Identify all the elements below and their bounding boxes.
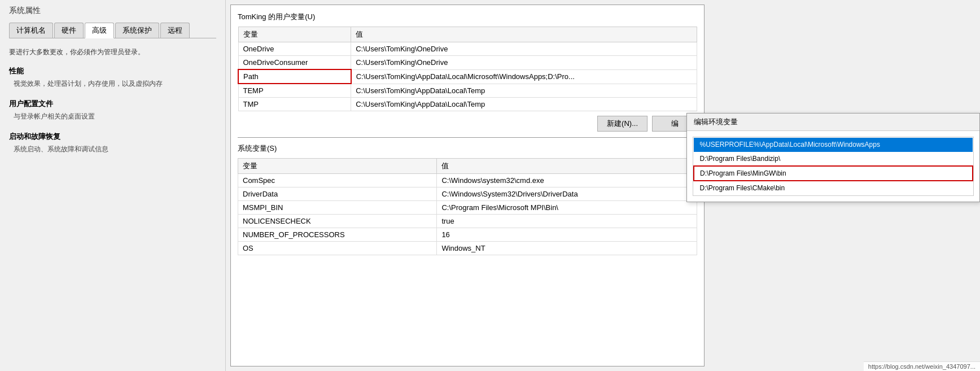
section-performance-desc: 视觉效果，处理器计划，内存使用，以及虚拟内存: [14, 78, 216, 89]
var-name: DriverData: [238, 187, 437, 201]
table-row[interactable]: TMP C:\Users\TomKing\AppData\Local\Temp: [238, 98, 697, 111]
sys-col-val-header: 值: [437, 159, 697, 174]
var-name: MSMPI_BIN: [238, 201, 437, 215]
var-value: Windows_NT: [437, 242, 697, 255]
var-name: ComSpec: [238, 174, 437, 187]
path-list-item[interactable]: %USERPROFILE%\AppData\Local\Microsoft\Wi…: [694, 138, 973, 152]
table-row[interactable]: MSMPI_BIN C:\Program Files\Microsoft MPI…: [238, 201, 697, 215]
sys-col-var-header: 变量: [238, 159, 437, 174]
var-value: C:\Program Files\Microsoft MPI\Bin\: [437, 201, 697, 215]
path-value: D:\Program Files\Bandizip\: [694, 152, 973, 167]
warning-text: 要进行大多数更改，你必须作为管理员登录。: [9, 47, 216, 57]
section-userprofile-desc: 与登录帐户相关的桌面设置: [14, 111, 216, 121]
var-name: OneDrive: [238, 42, 351, 56]
tab-xitongbaohu[interactable]: 系统保护: [115, 23, 159, 38]
var-name: NOLICENSECHECK: [238, 215, 437, 228]
col-var-header: 变量: [238, 27, 351, 42]
path-list-item[interactable]: D:\Program Files\Bandizip\: [694, 152, 973, 167]
tab-jishuanji[interactable]: 计算机名: [9, 23, 53, 38]
var-value: true: [437, 215, 697, 228]
section-startup-label: 启动和故障恢复: [9, 132, 216, 142]
path-list: %USERPROFILE%\AppData\Local\Microsoft\Wi…: [693, 137, 973, 195]
path-value: %USERPROFILE%\AppData\Local\Microsoft\Wi…: [694, 138, 973, 152]
section-userprofile: 用户配置文件 与登录帐户相关的桌面设置: [9, 99, 216, 121]
var-name-path: Path: [238, 69, 351, 84]
path-value: D:\Program Files\CMake\bin: [694, 181, 973, 195]
table-row[interactable]: NUMBER_OF_PROCESSORS 16: [238, 228, 697, 242]
table-row-path[interactable]: Path C:\Users\TomKing\AppData\Local\Micr…: [238, 69, 697, 84]
tabs-row: 计算机名 硬件 高级 系统保护 远程: [9, 23, 216, 38]
table-row[interactable]: TEMP C:\Users\TomKing\AppData\Local\Temp: [238, 84, 697, 98]
table-row[interactable]: ComSpec C:\Windows\system32\cmd.exe: [238, 174, 697, 187]
table-row[interactable]: OS Windows_NT: [238, 242, 697, 255]
var-name: NUMBER_OF_PROCESSORS: [238, 228, 437, 242]
var-name: TEMP: [238, 84, 351, 98]
table-row[interactable]: OneDrive C:\Users\TomKing\OneDrive: [238, 42, 697, 56]
col-val-header: 值: [351, 27, 697, 42]
right-panel-title: 编辑环境变量: [687, 114, 979, 131]
section-performance: 性能 视觉效果，处理器计划，内存使用，以及虚拟内存: [9, 66, 216, 89]
section-startup: 启动和故障恢复 系统启动、系统故障和调试信息: [9, 132, 216, 154]
url-bar: https://blog.csdn.net/weixin_4347097...: [864, 361, 980, 371]
main-container: 系统属性 计算机名 硬件 高级 系统保护 远程 要进行大多数更改，你必须作为管理…: [0, 0, 980, 371]
new-user-var-button[interactable]: 新建(N)...: [597, 116, 648, 132]
var-value: C:\Users\TomKing\OneDrive: [351, 42, 697, 56]
path-list-container: %USERPROFILE%\AppData\Local\Microsoft\Wi…: [693, 137, 974, 196]
path-value: D:\Program Files\MinGW\bin: [694, 166, 973, 181]
var-value: C:\Windows\system32\cmd.exe: [437, 174, 697, 187]
table-row[interactable]: OneDriveConsumer C:\Users\TomKing\OneDri…: [238, 56, 697, 70]
var-value: C:\Users\TomKing\AppData\Local\Temp: [351, 98, 697, 111]
middle-panel: TomKing 的用户变量(U) 变量 值 OneDrive C:\Users\…: [230, 5, 705, 366]
tab-gaoji[interactable]: 高级: [85, 23, 114, 38]
user-vars-buttons: 新建(N)... 编: [238, 116, 697, 132]
system-vars-table: 变量 值 ComSpec C:\Windows\system32\cmd.exe…: [238, 158, 697, 255]
right-panel: 编辑环境变量 %USERPROFILE%\AppData\Local\Micro…: [686, 113, 980, 202]
left-panel-title: 系统属性: [9, 6, 216, 16]
user-vars-table: 变量 值 OneDrive C:\Users\TomKing\OneDrive …: [238, 27, 697, 111]
user-vars-title: TomKing 的用户变量(U): [238, 12, 697, 22]
table-row[interactable]: NOLICENSECHECK true: [238, 215, 697, 228]
tab-yingjiean[interactable]: 硬件: [54, 23, 84, 38]
var-name: TMP: [238, 98, 351, 111]
section-performance-label: 性能: [9, 66, 216, 76]
tab-yuancheng[interactable]: 远程: [160, 23, 190, 38]
var-name: OneDriveConsumer: [238, 56, 351, 70]
left-panel: 系统属性 计算机名 硬件 高级 系统保护 远程 要进行大多数更改，你必须作为管理…: [0, 0, 226, 371]
var-value: C:\Users\TomKing\AppData\Local\Temp: [351, 84, 697, 98]
table-row[interactable]: DriverData C:\Windows\System32\Drivers\D…: [238, 187, 697, 201]
var-value-path: C:\Users\TomKing\AppData\Local\Microsoft…: [351, 69, 697, 84]
section-userprofile-label: 用户配置文件: [9, 99, 216, 109]
section-startup-desc: 系统启动、系统故障和调试信息: [14, 144, 216, 154]
divider: [238, 137, 697, 138]
var-name: OS: [238, 242, 437, 255]
path-list-item-mingw[interactable]: D:\Program Files\MinGW\bin: [694, 166, 973, 181]
system-vars-title: 系统变量(S): [238, 143, 697, 154]
var-value: C:\Windows\System32\Drivers\DriverData: [437, 187, 697, 201]
var-value: C:\Users\TomKing\OneDrive: [351, 56, 697, 70]
var-value: 16: [437, 228, 697, 242]
path-list-item[interactable]: D:\Program Files\CMake\bin: [694, 181, 973, 195]
